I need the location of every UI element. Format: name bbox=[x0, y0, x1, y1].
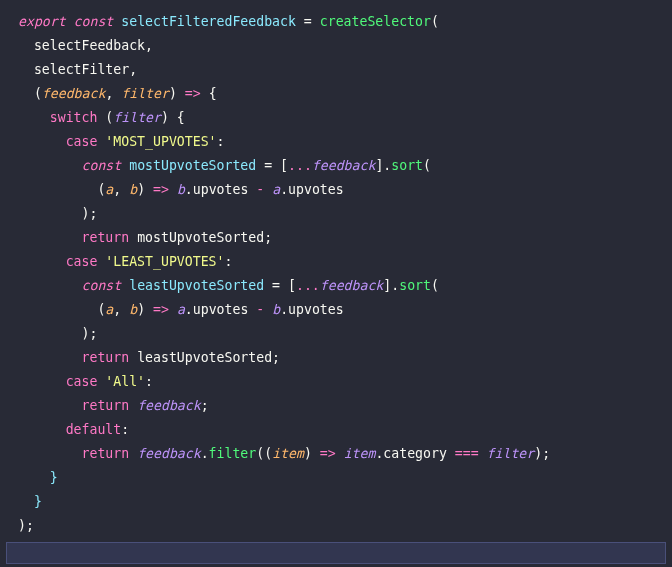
code-block: export const selectFilteredFeedback = cr… bbox=[0, 0, 672, 538]
line-4: (feedback, filter) => { bbox=[18, 86, 217, 101]
line-16: case 'All': bbox=[18, 374, 153, 389]
line-2: selectFeedback, bbox=[18, 38, 153, 53]
line-15: return leastUpvoteSorted; bbox=[18, 350, 280, 365]
cursor-line-highlight bbox=[6, 542, 666, 564]
line-1: export const selectFilteredFeedback = cr… bbox=[18, 14, 439, 29]
line-21: } bbox=[18, 494, 42, 509]
line-11: case 'LEAST_UPVOTES': bbox=[18, 254, 232, 269]
line-3: selectFilter, bbox=[18, 62, 137, 77]
line-18: default: bbox=[18, 422, 129, 437]
line-8: (a, b) => b.upvotes - a.upvotes bbox=[18, 182, 344, 197]
line-9: ); bbox=[18, 206, 97, 221]
line-14: ); bbox=[18, 326, 97, 341]
line-10: return mostUpvoteSorted; bbox=[18, 230, 272, 245]
line-7: const mostUpvoteSorted = [...feedback].s… bbox=[18, 158, 431, 173]
line-19: return feedback.filter((item) => item.ca… bbox=[18, 446, 550, 461]
line-6: case 'MOST_UPVOTES': bbox=[18, 134, 224, 149]
line-22: ); bbox=[18, 518, 34, 533]
line-5: switch (filter) { bbox=[18, 110, 185, 125]
line-17: return feedback; bbox=[18, 398, 209, 413]
line-12: const leastUpvoteSorted = [...feedback].… bbox=[18, 278, 439, 293]
line-13: (a, b) => a.upvotes - b.upvotes bbox=[18, 302, 344, 317]
line-20: } bbox=[18, 470, 58, 485]
